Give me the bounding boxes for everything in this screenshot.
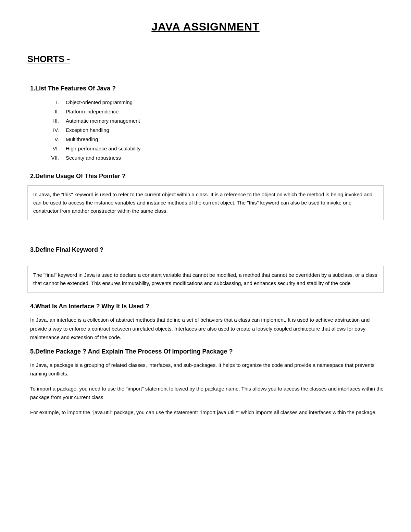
roman-numeral: IV.	[48, 125, 59, 135]
list-item: III. Automatic memory management	[48, 116, 384, 125]
roman-numeral: VII.	[48, 153, 59, 162]
question-1: 1.List The Features Of Java ? I. Object-…	[27, 85, 384, 162]
list-item: VI. High-performance and scalability	[48, 144, 384, 153]
page-title: JAVA ASSIGNMENT	[27, 21, 384, 33]
list-item: II. Platform independence	[48, 107, 384, 116]
answer-box-3: The "final" keyword in Java is used to d…	[27, 266, 384, 293]
roman-numeral: I.	[48, 98, 59, 107]
feature-list: I. Object-oriented programming II. Platf…	[27, 98, 384, 162]
question-1-label: 1.List The Features Of Java ?	[27, 85, 384, 92]
question-5: 5.Define Package ? And Explain The Proce…	[27, 348, 384, 417]
list-item: IV. Exception handling	[48, 125, 384, 135]
roman-numeral: III.	[48, 116, 59, 125]
question-3-label: 3.Define Final Keyword ?	[27, 246, 384, 253]
question-3: 3.Define Final Keyword ? The "final" key…	[27, 246, 384, 293]
answer-text-4: In Java, an interface is a collection of…	[27, 316, 384, 342]
feature-text: Automatic memory management	[66, 116, 140, 125]
question-5-label: 5.Define Package ? And Explain The Proce…	[27, 348, 384, 355]
list-item: V. Multithreading	[48, 135, 384, 144]
feature-text: Object-oriented programming	[66, 98, 133, 107]
question-4-label: 4.What Is An Interface ? Why It Is Used …	[27, 303, 384, 310]
roman-numeral: VI.	[48, 144, 59, 153]
feature-text: Exception handling	[66, 125, 109, 135]
question-4: 4.What Is An Interface ? Why It Is Used …	[27, 303, 384, 342]
roman-numeral: V.	[48, 135, 59, 144]
feature-text: Security and robustness	[66, 153, 121, 162]
feature-text: High-performance and scalability	[66, 144, 140, 153]
section-heading: SHORTS -	[27, 54, 384, 64]
answer-text-5-0: In Java, a package is a grouping of rela…	[27, 361, 384, 378]
answer-text-5-1: To import a package, you need to use the…	[27, 384, 384, 402]
answer-box-2: In Java, the "this" keyword is used to r…	[27, 185, 384, 220]
question-2-label: 2.Define Usage Of This Pointer ?	[27, 173, 384, 180]
roman-numeral: II.	[48, 107, 59, 116]
question-2: 2.Define Usage Of This Pointer ? In Java…	[27, 173, 384, 220]
answer-text-5-2: For example, to import the "java.util" p…	[27, 408, 384, 417]
list-item: VII. Security and robustness	[48, 153, 384, 162]
feature-text: Multithreading	[66, 135, 98, 144]
list-item: I. Object-oriented programming	[48, 98, 384, 107]
feature-text: Platform independence	[66, 107, 119, 116]
